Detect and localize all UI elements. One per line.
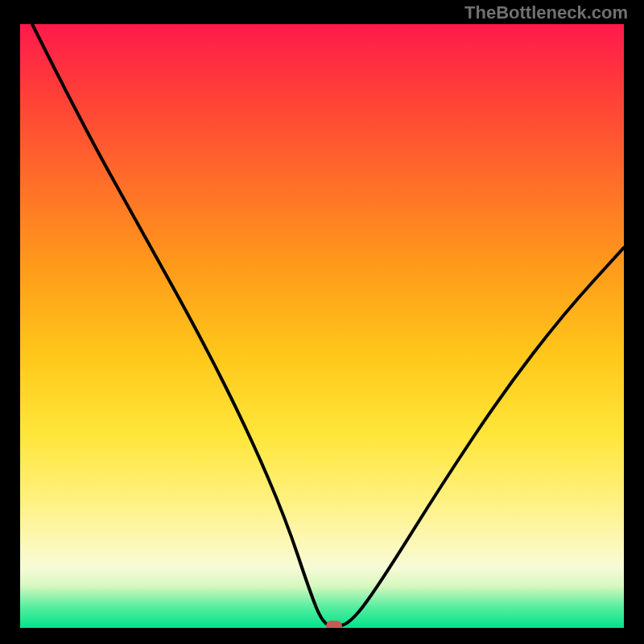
curve-layer — [20, 24, 624, 628]
bottleneck-curve — [32, 24, 624, 626]
chart-frame: TheBottleneck.com — [0, 0, 644, 644]
optimal-point-marker — [326, 621, 342, 628]
watermark-text: TheBottleneck.com — [464, 2, 628, 23]
plot-area — [20, 24, 624, 628]
